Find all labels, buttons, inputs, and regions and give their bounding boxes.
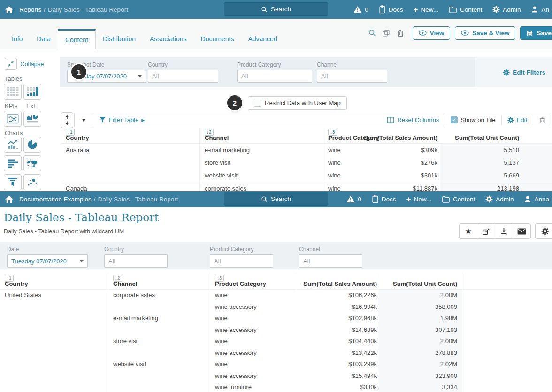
alerts-item[interactable]: 0 (346, 195, 361, 203)
tab-associations[interactable]: Associations (143, 29, 194, 49)
breadcrumb-section[interactable]: Reports (19, 6, 41, 13)
duplicate-icon[interactable] (382, 28, 391, 38)
content-item[interactable]: Content (442, 195, 475, 203)
column-header-units[interactable]: Sum(Total Unit Count) (455, 134, 519, 141)
edit-table-button[interactable]: Edit (502, 116, 533, 123)
share-button[interactable] (477, 223, 495, 239)
view-button[interactable]: View (413, 26, 451, 40)
scatter-chart-element-button[interactable] (23, 174, 41, 190)
collapse-label: Collapse (20, 61, 44, 68)
content-item[interactable]: Content (449, 6, 482, 13)
date-select[interactable]: Tuesday 07/07/2020 (7, 254, 88, 268)
channel-input[interactable] (317, 70, 387, 83)
channel-input[interactable] (299, 254, 362, 268)
chevron-down-icon (80, 260, 84, 262)
channel-label: Channel (317, 61, 387, 68)
plain-table-element-button[interactable] (4, 84, 22, 100)
table-row: store visitwine$276k5,137 (61, 156, 552, 169)
chart-table-element-button[interactable] (23, 84, 41, 100)
edit-filters-button[interactable]: Edit Filters (475, 57, 552, 87)
column-header-sales[interactable]: Sum(Total Sales Amount) (303, 280, 377, 287)
filter-table-button[interactable]: Filter Table ▶ (93, 116, 150, 123)
element-palette: Collapse Tables KPIs Ext Charts (0, 49, 60, 191)
admin-item[interactable]: Admin (492, 6, 521, 13)
tab-data[interactable]: Data (30, 29, 58, 49)
email-button[interactable] (513, 223, 531, 239)
docs-item[interactable]: Docs (379, 5, 403, 14)
breadcrumb-section[interactable]: Documentation Examples (19, 196, 92, 203)
content-label: Content (460, 6, 482, 13)
tables-section-label: Tables (5, 75, 23, 82)
restrict-data-label: Restrict Data with User Map (265, 100, 341, 107)
delete-icon[interactable] (396, 28, 405, 38)
funnel-chart-element-button[interactable] (4, 174, 22, 190)
home-icon[interactable] (5, 195, 14, 204)
restrict-data-checkbox[interactable] (254, 100, 261, 107)
docs-item[interactable]: Docs (372, 195, 396, 203)
search-button[interactable]: Search (224, 2, 328, 16)
docs-icon (372, 195, 379, 203)
tab-info[interactable]: Info (5, 29, 30, 49)
pie-chart-icon (27, 139, 38, 150)
admin-item[interactable]: Admin (485, 195, 514, 203)
reset-columns-button[interactable]: Reset Columns (381, 116, 445, 123)
column-header-sales[interactable]: Sum(Total Sales Amount) (364, 134, 437, 141)
column-header-channel[interactable]: Channel (205, 134, 229, 141)
show-on-tile-toggle[interactable]: ✓ Show on Tile (445, 116, 501, 123)
search-button[interactable]: Search (224, 192, 328, 206)
column-header-country[interactable]: Country (66, 134, 89, 141)
viewer-action-buttons: ★ (459, 223, 531, 239)
country-input[interactable] (104, 254, 168, 268)
new-item[interactable]: + New... (413, 6, 438, 14)
column-header-channel[interactable]: Channel (113, 280, 137, 287)
product-category-input[interactable] (237, 70, 312, 83)
breadcrumb: Documentation Examples / Daily Sales - T… (5, 191, 178, 207)
viewer-top-bar: Documentation Examples / Daily Sales - T… (0, 191, 552, 207)
settings-button[interactable] (535, 223, 552, 239)
pie-chart-element-button[interactable] (23, 137, 41, 153)
user-icon (531, 6, 538, 13)
collapse-button[interactable]: Collapse (5, 58, 44, 70)
gear-icon (492, 6, 500, 13)
resize-vertical-icon (64, 115, 70, 125)
save-and-view-button[interactable]: Save & View (455, 26, 515, 40)
tab-content[interactable]: Content (58, 29, 96, 49)
product-category-input[interactable] (210, 254, 273, 268)
resize-handle[interactable] (61, 112, 73, 128)
breadcrumb: Reports / Daily Sales - Tableau Report (5, 0, 128, 19)
collapse-table-caret[interactable]: ▼ (75, 117, 93, 123)
show-on-tile-checkbox[interactable]: ✓ (451, 116, 458, 123)
bar-chart-element-button[interactable] (4, 155, 22, 171)
plus-icon: + (413, 6, 418, 14)
user-item[interactable]: Anna (524, 195, 549, 203)
column-header-country[interactable]: Country (5, 280, 28, 287)
editor-preview-table: ↓1Country ↓2Channel ↓3Product Category S… (61, 128, 552, 191)
user-item[interactable]: An (531, 6, 549, 13)
delete-table-button[interactable] (533, 116, 552, 124)
download-button[interactable] (495, 223, 513, 239)
column-header-product-category[interactable]: Product Category (215, 280, 266, 287)
channel-field: Channel (299, 246, 362, 268)
breadcrumb-divider: / (44, 6, 46, 13)
column-header-units[interactable]: Sum(Total Unit Count) (393, 280, 457, 287)
search-content-icon[interactable] (368, 28, 377, 38)
save-button[interactable]: Save (520, 26, 552, 40)
gear-icon (485, 195, 493, 203)
map-chart-element-button[interactable] (23, 155, 41, 171)
home-icon[interactable] (5, 5, 14, 14)
alerts-item[interactable]: 0 (353, 6, 368, 13)
table-header-row: ↓1Country ↓2Channel ↓3Product Category S… (0, 274, 552, 290)
favorite-button[interactable]: ★ (459, 223, 477, 239)
tab-documents[interactable]: Documents (194, 29, 241, 49)
country-input[interactable] (148, 70, 218, 83)
share-icon (482, 227, 491, 236)
tab-advanced[interactable]: Advanced (241, 29, 284, 49)
combo-chart-element-button[interactable] (4, 137, 22, 153)
new-item[interactable]: + New... (406, 195, 431, 203)
tab-distribution[interactable]: Distribution (96, 29, 143, 49)
horizontal-bars-icon (7, 159, 18, 168)
editor-top-bar: Reports / Daily Sales - Tableau Report S… (0, 0, 552, 19)
kpi-element-button[interactable] (4, 111, 22, 127)
user-icon (524, 195, 531, 203)
external-content-element-button[interactable] (23, 111, 41, 127)
